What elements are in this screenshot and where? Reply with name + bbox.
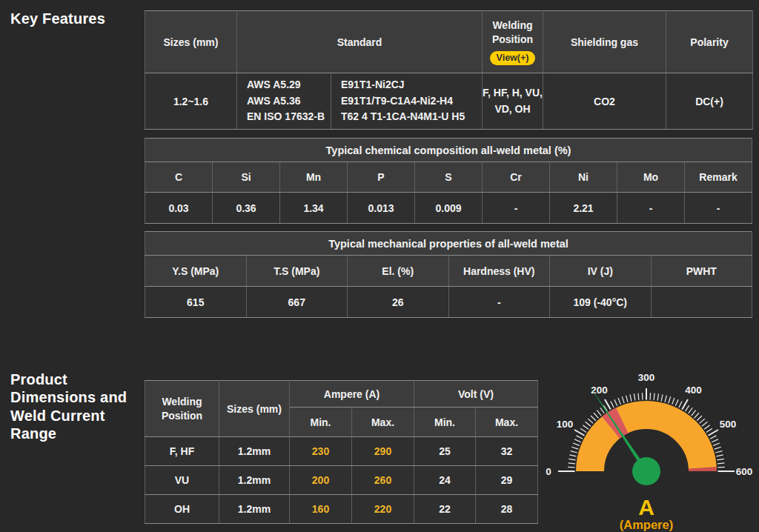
gauge-minor-tick	[697, 416, 702, 421]
mech-value-iv: 109 (-40°C)	[550, 287, 652, 318]
current-header-volt-min: Min.	[414, 408, 476, 437]
gauge-minor-tick	[626, 396, 628, 402]
gauge-minor-tick	[586, 422, 591, 426]
gauge-tick-label: 200	[591, 385, 608, 396]
current-header-amp-min: Min.	[290, 408, 352, 437]
mech-value-pwht	[651, 287, 752, 318]
gauge-minor-tick	[715, 447, 721, 449]
spec-standard-classifications: E91T1-Ni2CJ E91T1/T9-C1A4-Ni2-H4 T62 4 T…	[331, 73, 483, 130]
gauge-minor-tick	[569, 455, 576, 456]
chem-header-remark: Remark	[685, 162, 752, 193]
gauge-minor-tick	[689, 408, 693, 413]
table-row: VU 1.2mm 200 260 24 29	[145, 466, 538, 495]
current-size: 1.2mm	[219, 495, 290, 524]
chem-value-si: 0.36	[213, 193, 280, 224]
gauge-minor-tick	[672, 398, 675, 405]
current-header-volt: Volt (V)	[414, 381, 538, 408]
current-volt-min: 25	[414, 437, 476, 466]
gauge-minor-tick	[574, 439, 581, 442]
current-position: VU	[145, 466, 219, 495]
gauge-minor-tick	[614, 399, 617, 406]
gauge-minor-tick	[665, 396, 666, 402]
section-title-product-dimensions: Product Dimensions and Weld Current Rang…	[10, 370, 144, 443]
current-volt-max: 32	[476, 437, 538, 466]
mech-value-ts: 667	[246, 287, 348, 318]
mech-header-iv: IV (J)	[550, 256, 652, 287]
gauge-major-tick	[682, 399, 688, 409]
chem-header-c: C	[145, 162, 213, 193]
gauge-unit-sublabel: (Ampere)	[620, 518, 673, 531]
gauge-minor-tick	[622, 396, 624, 403]
gauge-minor-tick	[692, 410, 696, 416]
current-header-welding-position: Welding Position	[145, 381, 219, 437]
current-amp-max: 220	[352, 495, 414, 524]
mech-header-hardness: Hardness (HV)	[448, 256, 550, 287]
current-header-sizes: Sizes (mm)	[219, 381, 290, 437]
gauge-major-tick	[605, 399, 611, 409]
spec-sizes-value: 1.2~1.6	[145, 73, 237, 130]
current-volt-min: 22	[414, 495, 476, 524]
current-header-volt-max: Max.	[476, 408, 538, 437]
gauge-tick-label: 300	[638, 372, 655, 383]
current-size: 1.2mm	[219, 437, 290, 466]
gauge-minor-tick	[716, 455, 723, 456]
gauge-major-tick	[709, 430, 718, 436]
chem-value-mn: 1.34	[280, 193, 348, 224]
gauge-minor-tick	[577, 436, 583, 439]
chem-header-ni: Ni	[550, 162, 617, 193]
gauge-minor-tick	[571, 447, 578, 449]
gauge-minor-tick	[611, 402, 614, 408]
mech-header-pwht: PWHT	[651, 256, 752, 287]
gauge-minor-tick	[661, 394, 663, 401]
chem-header-p: P	[348, 162, 415, 193]
gauge-minor-tick	[594, 413, 598, 418]
gauge-minor-tick	[630, 394, 632, 401]
mech-value-hardness: -	[448, 287, 550, 318]
gauge-major-tick	[574, 430, 584, 436]
gauge-minor-tick	[679, 402, 682, 408]
gauge-hub	[632, 457, 660, 485]
chem-value-mo: -	[617, 193, 685, 224]
gauge-minor-tick	[571, 451, 577, 453]
chem-value-p: 0.013	[348, 193, 415, 224]
gauge-tick-label: 0	[546, 466, 551, 477]
gauge-minor-tick	[569, 463, 575, 464]
mech-value-ys: 615	[145, 287, 247, 318]
mech-header-ts: T.S (MPa)	[246, 256, 348, 287]
mechanical-properties-table: Typical mechanical properties of all-wel…	[145, 231, 752, 318]
mech-header-el: El. (%)	[348, 256, 449, 287]
mech-header-ys: Y.S (MPa)	[145, 256, 247, 287]
chem-header-s: S	[415, 162, 483, 193]
gauge-minor-tick	[686, 405, 689, 411]
table-row: OH 1.2mm 160 220 22 28	[145, 495, 538, 524]
current-volt-max: 28	[476, 495, 538, 524]
spec-header-sizes: Sizes (mm)	[145, 11, 237, 73]
spec-shielding-gas-value: CO2	[543, 73, 666, 130]
chem-header-si: Si	[213, 162, 280, 193]
gauge-minor-tick	[573, 443, 580, 445]
gauge-minor-tick	[695, 413, 699, 418]
gauge-minor-tick	[702, 422, 707, 426]
gauge-minor-tick	[717, 459, 723, 459]
chem-value-ni: 2.21	[550, 193, 617, 224]
view-button[interactable]: View(+)	[490, 51, 536, 65]
chem-header-mn: Mn	[280, 162, 348, 193]
ampere-gauge: 0100200300400500600A(Ampere)	[541, 367, 759, 532]
spec-header-welding-position: Welding Position View(+)	[483, 11, 543, 73]
chem-value-s: 0.009	[415, 193, 483, 224]
current-amp-min: 160	[290, 495, 352, 524]
spec-header-polarity: Polarity	[666, 11, 753, 73]
spec-header-welding-position-label: Welding Position	[483, 19, 543, 45]
spec-welding-position-value: F, HF, H, VU, VD, OH	[483, 73, 543, 130]
gauge-minor-tick	[657, 393, 658, 400]
gauge-tick-label: 400	[685, 385, 702, 396]
gauge-minor-tick	[717, 463, 724, 464]
current-size: 1.2mm	[219, 466, 290, 495]
gauge-minor-tick	[638, 393, 639, 400]
spec-standard-specs: AWS A5.29 AWS A5.36 EN ISO 17632-B	[237, 73, 331, 130]
current-amp-max: 290	[352, 437, 414, 466]
gauge-minor-tick	[712, 439, 718, 442]
gauge-minor-tick	[597, 410, 601, 416]
current-header-amp-max: Max.	[352, 408, 414, 437]
chem-value-c: 0.03	[145, 193, 213, 224]
